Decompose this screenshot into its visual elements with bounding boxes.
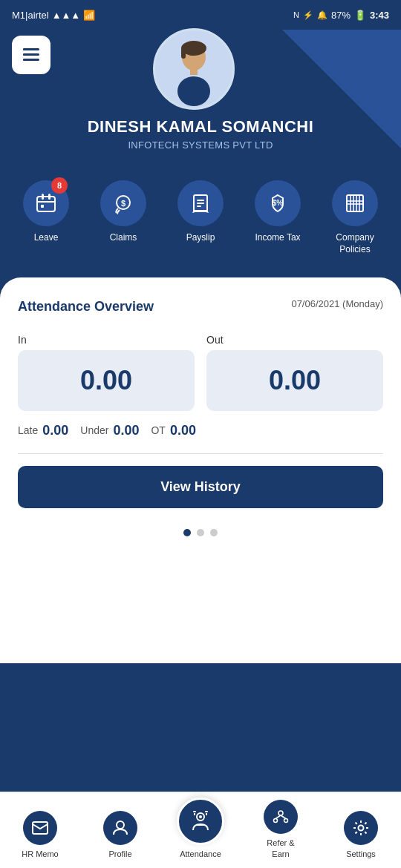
income-tax-icon-item[interactable]: $% Income Tax xyxy=(255,180,301,255)
svg-rect-5 xyxy=(23,59,29,61)
svg-rect-34 xyxy=(196,824,205,826)
under-stat: Under 0.00 xyxy=(80,423,139,438)
time-display: 3:43 xyxy=(370,10,389,21)
svg-point-39 xyxy=(284,819,288,823)
carrier-text: M1|airtel xyxy=(12,10,49,21)
alarm-icon: 🔔 xyxy=(317,10,327,20)
in-label: In xyxy=(18,334,195,346)
avatar xyxy=(153,28,235,110)
settings-icon xyxy=(344,811,378,845)
ot-stat: OT 0.00 xyxy=(151,423,196,438)
svg-rect-26 xyxy=(347,195,363,211)
out-label: Out xyxy=(206,334,383,346)
late-label: Late xyxy=(18,424,38,436)
svg-rect-8 xyxy=(181,48,186,59)
nav-profile[interactable]: Profile xyxy=(80,811,160,859)
income-tax-label: Income Tax xyxy=(255,232,300,244)
payslip-icon-item[interactable]: Payslip xyxy=(177,180,224,255)
in-section: In 0.00 xyxy=(18,334,195,411)
menu-button[interactable] xyxy=(12,36,50,74)
claims-icon-item[interactable]: $ Claims xyxy=(100,180,146,255)
status-right: N ⚡ 🔔 87% 🔋 3:43 xyxy=(293,10,389,21)
svg-point-9 xyxy=(177,76,210,106)
status-bar: M1|airtel ▲▲▲ 📶 N ⚡ 🔔 87% 🔋 3:43 xyxy=(0,0,401,30)
out-time-box: 0.00 xyxy=(206,350,383,411)
svg-text:$: $ xyxy=(121,199,125,208)
carrier-info: M1|airtel ▲▲▲ 📶 xyxy=(12,10,95,21)
dot-3 xyxy=(210,529,218,536)
svg-point-31 xyxy=(117,821,124,829)
svg-rect-10 xyxy=(190,69,198,75)
payslip-icon xyxy=(177,180,224,226)
bluetooth-icon: ⚡ xyxy=(303,10,313,20)
in-value: 0.00 xyxy=(33,365,180,396)
nfc-icon: N xyxy=(293,10,299,19)
profile-icon xyxy=(103,811,137,845)
attendance-header: Attendance Overview 07/06/2021 (Monday) xyxy=(18,298,383,315)
leave-label: Leave xyxy=(34,232,59,244)
svg-rect-14 xyxy=(37,197,55,211)
svg-rect-3 xyxy=(23,48,29,50)
attendance-label: Attendance xyxy=(180,849,221,859)
svg-rect-28 xyxy=(356,195,359,211)
settings-label: Settings xyxy=(346,849,376,859)
svg-point-40 xyxy=(359,825,364,830)
dot-2 xyxy=(197,529,204,536)
leave-icon-item[interactable]: 8 Leave xyxy=(23,180,69,255)
late-value: 0.00 xyxy=(42,423,68,438)
under-value: 0.00 xyxy=(113,423,139,438)
attendance-title: Attendance Overview xyxy=(18,298,154,315)
out-value: 0.00 xyxy=(221,365,368,396)
svg-text:$%: $% xyxy=(273,199,284,207)
svg-rect-23 xyxy=(197,203,204,204)
svg-rect-16 xyxy=(48,194,50,200)
refer-earn-label: Refer &Earn xyxy=(267,838,294,859)
leave-badge: 8 xyxy=(51,177,68,194)
wifi-icon: 📶 xyxy=(83,10,95,21)
nav-refer-earn[interactable]: Refer &Earn xyxy=(241,800,321,859)
company-policies-icon xyxy=(332,180,378,226)
battery-icon: 🔋 xyxy=(354,10,366,21)
signal-icon: ▲▲▲ xyxy=(52,10,81,21)
attendance-icon xyxy=(177,798,224,845)
svg-rect-15 xyxy=(42,194,44,200)
svg-rect-24 xyxy=(197,206,201,207)
company-policies-label: CompanyPolicies xyxy=(336,232,374,255)
payslip-label: Payslip xyxy=(186,232,215,244)
svg-point-38 xyxy=(274,819,278,823)
main-card: Attendance Overview 07/06/2021 (Monday) … xyxy=(0,277,401,663)
svg-rect-27 xyxy=(351,195,353,211)
hr-memo-label: HR Memo xyxy=(22,849,59,859)
out-section: Out 0.00 xyxy=(206,334,383,411)
battery-text: 87% xyxy=(331,10,351,21)
nav-hr-memo[interactable]: HR Memo xyxy=(0,811,80,859)
company-policies-icon-item[interactable]: CompanyPolicies xyxy=(332,180,378,255)
svg-rect-17 xyxy=(37,201,55,203)
quick-icons-row: 8 Leave $ Claims Payslip xyxy=(0,165,401,263)
profile-label: Profile xyxy=(108,849,131,859)
svg-rect-4 xyxy=(23,53,29,56)
dot-1 xyxy=(183,529,191,536)
stats-row: Late 0.00 Under 0.00 OT 0.00 xyxy=(18,423,383,438)
svg-rect-35 xyxy=(193,811,196,812)
hr-memo-icon xyxy=(23,811,57,845)
claims-icon: $ xyxy=(100,180,146,226)
ot-value: 0.00 xyxy=(170,423,196,438)
avatar-container xyxy=(153,28,235,110)
late-stat: Late 0.00 xyxy=(18,423,68,438)
attendance-date: 07/06/2021 (Monday) xyxy=(291,298,383,309)
ot-label: OT xyxy=(151,424,165,436)
in-time-box: 0.00 xyxy=(18,350,195,411)
nav-attendance[interactable]: Attendance xyxy=(160,812,241,859)
header-section: DINESH KAMAL SOMANCHI INFOTECH SYSTEMS P… xyxy=(0,30,401,165)
under-label: Under xyxy=(80,424,108,436)
refer-earn-icon xyxy=(264,800,298,834)
svg-rect-22 xyxy=(197,200,204,201)
svg-point-37 xyxy=(278,811,283,815)
view-history-button[interactable]: View History xyxy=(18,466,383,508)
claims-label: Claims xyxy=(110,232,137,244)
nav-settings[interactable]: Settings xyxy=(321,811,401,859)
carousel-dots xyxy=(18,529,383,536)
divider xyxy=(18,453,383,454)
in-out-row: In 0.00 Out 0.00 xyxy=(18,334,383,411)
